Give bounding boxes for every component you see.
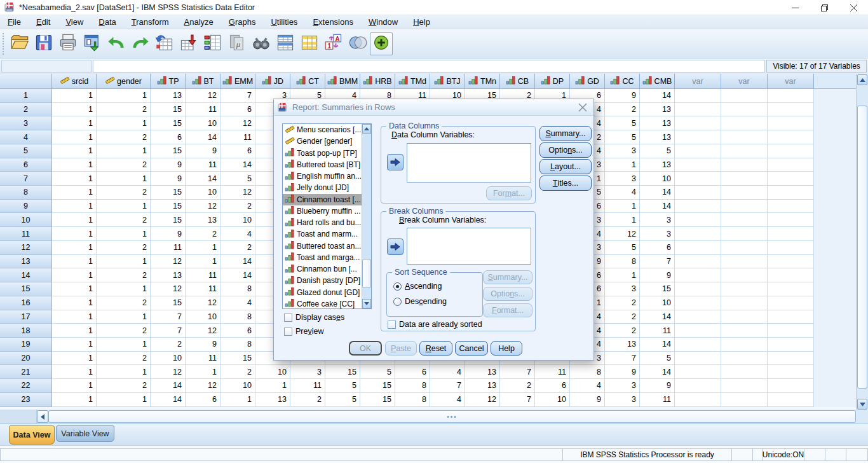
row-header-11[interactable]: 11 [0, 227, 52, 241]
menu-graphs[interactable]: Graphs [221, 16, 264, 28]
cell[interactable]: 10 [186, 116, 220, 130]
cell[interactable]: 7 [220, 89, 255, 103]
cell[interactable]: 15 [151, 296, 186, 310]
cell[interactable]: 7 [500, 393, 535, 407]
cell[interactable]: 1 [52, 324, 97, 338]
print-button[interactable] [56, 32, 80, 56]
cell[interactable]: 13 [255, 393, 290, 407]
cell-var[interactable] [675, 158, 721, 172]
cell-var[interactable] [675, 89, 721, 103]
cell[interactable]: 7 [605, 352, 640, 366]
cell-var[interactable] [675, 213, 721, 227]
cell-var[interactable] [768, 324, 814, 338]
menu-transform[interactable]: Transform [124, 16, 177, 28]
cell[interactable]: 10 [255, 365, 290, 379]
column-header-var[interactable]: var [721, 74, 768, 89]
cell[interactable]: 4 [570, 379, 605, 393]
cell-var[interactable] [675, 338, 721, 352]
cell[interactable]: 7 [151, 324, 186, 338]
cell[interactable]: 11 [290, 379, 325, 393]
cell[interactable]: 1 [97, 338, 151, 352]
scroll-up-icon[interactable] [857, 74, 867, 85]
cell[interactable]: 3 [605, 393, 640, 407]
column-header-var[interactable]: var [675, 74, 721, 89]
cell[interactable]: 2 [97, 103, 151, 117]
cell-var[interactable] [768, 365, 814, 379]
cell[interactable]: 2 [186, 227, 220, 241]
cell[interactable]: 5 [640, 144, 675, 158]
cell[interactable]: 2 [290, 393, 325, 407]
cell[interactable]: 2 [97, 186, 151, 200]
cell[interactable]: 5 [640, 352, 675, 366]
layout-button[interactable]: Layout... [539, 159, 592, 174]
cell[interactable]: 2 [605, 310, 640, 324]
column-header-BMM[interactable]: BMM [325, 74, 360, 89]
cell-var[interactable] [675, 393, 721, 407]
cell-var[interactable] [721, 116, 768, 130]
cell[interactable]: 2 [220, 241, 255, 255]
cell-var[interactable] [768, 130, 814, 144]
cell-var[interactable] [768, 158, 814, 172]
cell[interactable]: 11 [186, 103, 220, 117]
scroll-left-icon[interactable] [37, 410, 48, 423]
row-header-14[interactable]: 14 [0, 268, 52, 282]
cell[interactable]: 2 [97, 158, 151, 172]
cell-var[interactable] [721, 186, 768, 200]
dialog-close-icon[interactable] [578, 103, 587, 112]
cell[interactable]: 5 [220, 172, 255, 186]
list-scroll-up-icon[interactable] [362, 124, 371, 134]
row-header-16[interactable]: 16 [0, 296, 52, 310]
cell-var[interactable] [675, 144, 721, 158]
cell-var[interactable] [721, 172, 768, 186]
cell[interactable]: 10 [640, 172, 675, 186]
cell[interactable]: 8 [220, 338, 255, 352]
redo-button[interactable] [128, 32, 153, 56]
cell[interactable]: 5 [325, 393, 360, 407]
horizontal-scrollbar[interactable]: ••• [0, 410, 856, 424]
cell[interactable]: 13 [186, 213, 220, 227]
cell[interactable]: 1 [97, 255, 151, 269]
variable-item[interactable]: Buttered toast an... [283, 240, 362, 252]
move-to-data-columns-button[interactable] [387, 154, 403, 170]
vertical-scroll-thumb[interactable] [857, 106, 867, 389]
cell-var[interactable] [675, 365, 721, 379]
recall-dialogs-button[interactable] [80, 32, 104, 56]
cell[interactable]: 1 [52, 352, 97, 366]
cell-var[interactable] [721, 338, 768, 352]
cell[interactable]: 1 [605, 213, 640, 227]
cell[interactable]: 11 [535, 365, 570, 379]
cell-var[interactable] [768, 186, 814, 200]
cell[interactable]: 12 [220, 186, 255, 200]
cell[interactable]: 9 [151, 158, 186, 172]
cell[interactable]: 2 [605, 103, 640, 117]
cell-var[interactable] [675, 241, 721, 255]
cell[interactable]: 14 [640, 365, 675, 379]
cell[interactable]: 2 [97, 241, 151, 255]
row-header-7[interactable]: 7 [0, 172, 52, 186]
cell[interactable]: 1 [97, 227, 151, 241]
cell-var[interactable] [721, 282, 768, 296]
scroll-down-icon[interactable] [857, 399, 867, 410]
data-already-sorted-checkbox[interactable]: Data are already sorted [388, 320, 482, 329]
cell[interactable]: 15 [151, 116, 186, 130]
cell-var[interactable] [675, 352, 721, 366]
column-header-gender[interactable]: gender [97, 74, 151, 89]
cell-var[interactable] [768, 89, 814, 103]
variable-item[interactable]: Toast and marm... [283, 228, 362, 240]
cell[interactable]: 1 [52, 172, 97, 186]
tab-data-view[interactable]: Data View [9, 425, 55, 445]
cell[interactable]: 1 [52, 227, 97, 241]
cell[interactable]: 5 [605, 130, 640, 144]
cell[interactable]: 1 [97, 144, 151, 158]
list-scroll-down-icon[interactable] [362, 299, 371, 308]
cell[interactable]: 1 [52, 213, 97, 227]
cell[interactable]: 1 [97, 310, 151, 324]
cell[interactable]: 14 [151, 379, 186, 393]
cell-var[interactable] [768, 352, 814, 366]
cell[interactable]: 7 [500, 365, 535, 379]
row-header-3[interactable]: 3 [0, 116, 52, 130]
variable-item[interactable]: Menu scenarios [... [283, 124, 362, 135]
cell[interactable]: 15 [151, 144, 186, 158]
cell-var[interactable] [768, 116, 814, 130]
cell[interactable]: 1 [52, 144, 97, 158]
